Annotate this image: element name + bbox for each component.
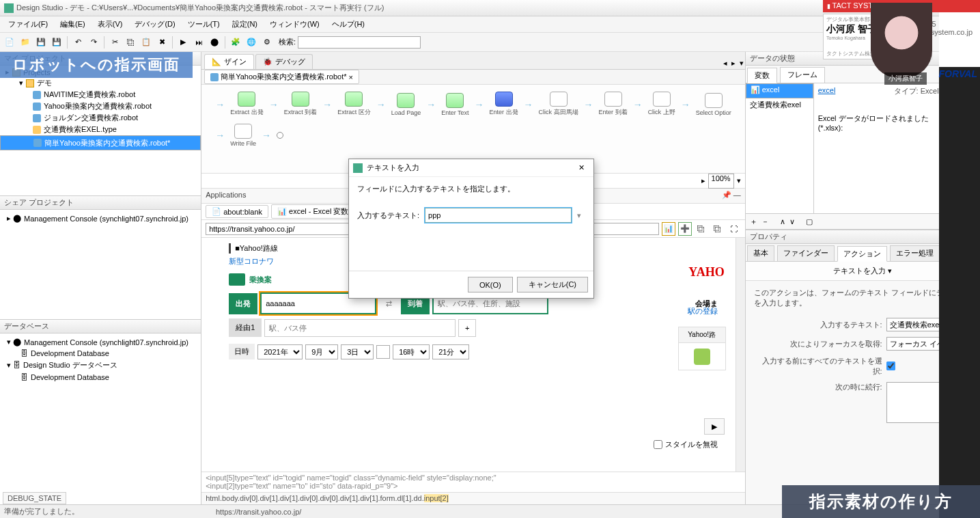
browser-icon[interactable]: 🌐	[244, 36, 258, 49]
dialog-text-input[interactable]	[425, 208, 572, 223]
status-ready: 準備が完了しました。	[4, 506, 79, 517]
file-tab[interactable]: 簡単Yahoo乗換案内交通費検索.robot* ×	[204, 70, 359, 84]
search-input[interactable]	[298, 36, 421, 49]
redo-icon[interactable]: ↷	[87, 36, 100, 49]
add-icon[interactable]: ＋	[750, 217, 757, 227]
menu-settings[interactable]: 設定(N)	[227, 18, 263, 31]
scrollbar[interactable]	[736, 238, 745, 472]
video-overlay: ▮ TACT SYSTEM デジタル事業本部 CMBグループ 小河原 智子 To…	[823, 0, 980, 96]
menu-file[interactable]: ファイル(F)	[3, 18, 53, 31]
remove-icon[interactable]: －	[761, 217, 769, 227]
station-reg-link[interactable]: 駅の登録	[688, 306, 718, 316]
db-dev[interactable]: 🗄 Development Database	[4, 348, 197, 359]
via-input[interactable]	[264, 319, 456, 337]
run-icon[interactable]: ▶	[176, 36, 190, 49]
style-ignore-checkbox[interactable]	[654, 440, 662, 449]
save-all-icon[interactable]: 💾	[50, 36, 64, 49]
dialog-field-label: 入力するテキスト:	[357, 210, 419, 221]
var-item[interactable]: 交通費検索exel	[746, 98, 813, 111]
copy-icon[interactable]: ⿻	[711, 222, 725, 236]
menu-edit[interactable]: 編集(E)	[55, 18, 91, 31]
nav-left-icon[interactable]: ◂	[722, 57, 729, 69]
chevron-down-icon[interactable]: ▾	[577, 211, 585, 220]
cut-icon[interactable]: ✂	[108, 36, 122, 49]
chevron-right-icon[interactable]: ▸	[701, 176, 705, 185]
debug-state: DEBUG_STATE	[3, 492, 66, 504]
down-icon[interactable]: ∨	[789, 217, 795, 226]
box-icon[interactable]: ▢	[806, 217, 813, 226]
end-step[interactable]	[277, 132, 283, 139]
tab-variables[interactable]: 変数	[747, 68, 777, 83]
close-icon[interactable]: ×	[349, 73, 353, 81]
tree-item[interactable]: Yahoo乗換案内交通費検索.robot	[0, 100, 201, 112]
overlay-banner: ロボットへの指示画面	[0, 52, 193, 78]
tab-debug[interactable]: 🐞 デバッグ	[255, 54, 313, 69]
menu-help[interactable]: ヘルプ(H)	[326, 18, 370, 31]
close-icon[interactable]: ✕	[573, 161, 589, 175]
tree-item-selected[interactable]: 簡単Yahoo乗換案内交通費検索.robot*	[0, 135, 201, 150]
expand-icon[interactable]: ⛶	[727, 222, 741, 236]
prop-text-label: 入力するテキスト:	[753, 320, 882, 330]
add-via-button[interactable]: +	[458, 319, 476, 337]
dialog-description: フィールドに入力するテキストを指定します。	[357, 184, 585, 194]
tree-item[interactable]: 交通費検索EXEL.type	[0, 124, 201, 135]
play-button[interactable]: ▶	[704, 418, 725, 435]
var-item-selected[interactable]: 📊 excel	[746, 83, 813, 98]
ptab-basic[interactable]: 基本	[747, 245, 774, 261]
menu-window[interactable]: ウィンドウ(W)	[264, 18, 325, 31]
year-select[interactable]: 2021年	[257, 344, 303, 359]
up-icon[interactable]: ∧	[780, 217, 785, 226]
ptab-error[interactable]: エラー処理	[890, 245, 940, 261]
footer-overlay: 指示素材の作り方	[782, 485, 980, 518]
hour-select[interactable]: 16時	[393, 344, 430, 359]
chevron-down-icon[interactable]: ▾	[737, 176, 741, 185]
menu-debug[interactable]: デバッグ(D)	[129, 18, 180, 31]
db-dev[interactable]: 🗄 Development Database	[4, 372, 197, 383]
save-icon[interactable]: 💾	[34, 36, 48, 49]
copy-icon[interactable]: ⿻	[695, 222, 708, 236]
app-icon[interactable]: 📊	[662, 222, 675, 236]
prop-selectall-checkbox[interactable]	[886, 362, 895, 370]
dropdown-icon[interactable]: ▾	[738, 57, 745, 69]
gear-icon[interactable]: ⚙	[260, 36, 274, 49]
ptab-action[interactable]: アクション	[837, 246, 887, 262]
menu-view[interactable]: 表示(V)	[92, 18, 128, 31]
min-select[interactable]: 21分	[432, 344, 469, 359]
loaded-text: Excel データがロードされました (*.xlsx):	[818, 113, 949, 132]
nav-right-icon[interactable]: ▸	[730, 57, 737, 69]
open-icon[interactable]: 📁	[18, 36, 32, 49]
tree-item[interactable]: NAVITIME交通費検索.robot	[0, 89, 201, 100]
train-app-icon[interactable]	[694, 349, 710, 365]
db-mc[interactable]: ▾ ⬤ Management Console (synchlight07.syn…	[4, 336, 197, 348]
tree-demo[interactable]: ▾ デモ	[0, 77, 201, 89]
ptab-finder[interactable]: ファインダー	[777, 245, 835, 261]
tab-design[interactable]: 📐 ザイン	[204, 54, 254, 69]
month-select[interactable]: 9月	[305, 344, 338, 359]
db-ds[interactable]: ▾ 🗄 Design Studio データベース	[4, 359, 197, 372]
bp-icon[interactable]: ⬤	[208, 36, 221, 49]
das-icon[interactable]: 🧩	[229, 36, 242, 49]
day-select[interactable]: 3日	[341, 344, 374, 359]
current-step[interactable]	[495, 92, 513, 107]
tree-item[interactable]: ジョルダン交通費検索.robot	[0, 112, 201, 124]
copy-icon[interactable]: ⿻	[124, 36, 137, 49]
paste-icon[interactable]: 📋	[139, 36, 153, 49]
mc-item[interactable]: ▸ ⬤ Management Console (synchlight07.syn…	[4, 213, 197, 224]
recommend-title: Yahoo!路	[678, 327, 726, 343]
app-tab-excel[interactable]: 📊 excel - Excel 変数	[271, 204, 354, 219]
shared-project-title: シェア プロジェクト	[0, 196, 201, 210]
app-tab-blank[interactable]: 📄 about:blank	[206, 205, 268, 218]
pin-icon[interactable]: 📌 —	[722, 191, 741, 200]
calendar-icon[interactable]	[376, 345, 390, 359]
zoom-select[interactable]: 100%	[708, 174, 734, 189]
tab-frames[interactable]: フレーム	[780, 67, 825, 83]
ok-button[interactable]: OK(O)	[468, 277, 513, 292]
menu-tools[interactable]: ツール(T)	[182, 18, 225, 31]
cancel-button[interactable]: キャンセル(C)	[517, 277, 588, 292]
delete-icon[interactable]: ✖	[155, 36, 169, 49]
add-icon[interactable]: ➕	[678, 222, 692, 236]
step-icon[interactable]: ⏭	[192, 36, 206, 49]
prop-selectall-label: 入力する前にすべてのテキストを選択:	[753, 356, 882, 377]
undo-icon[interactable]: ↶	[71, 36, 85, 49]
new-icon[interactable]: 📄	[3, 36, 16, 49]
